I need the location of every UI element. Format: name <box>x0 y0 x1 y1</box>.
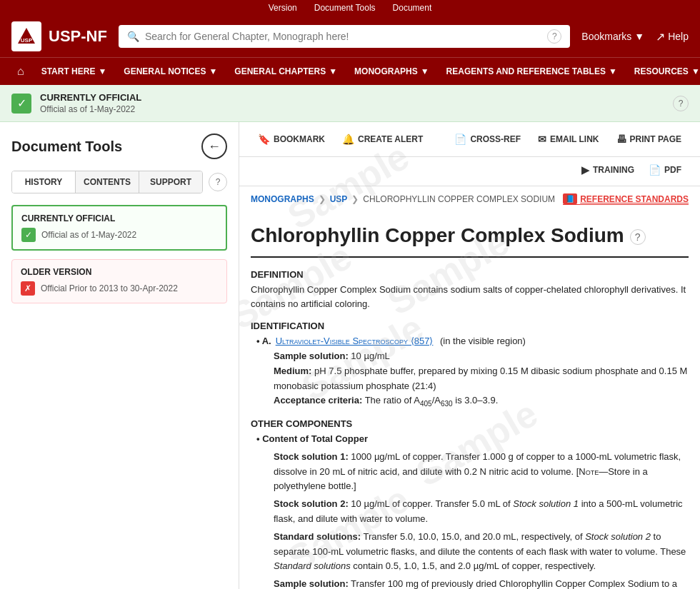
sidebar-header: Document Tools ← <box>11 134 227 159</box>
older-version-box: OLDER VERSION ✗ Official Prior to 2013 t… <box>11 259 227 303</box>
breadcrumb-current: CHLOROPHYLLIN COPPER COMPLEX SODIUM <box>363 194 555 204</box>
content-area: Sample Sample Sample Sample Sample Sampl… <box>239 122 700 589</box>
stock1-label: Stock solution 1: <box>274 451 349 462</box>
nav-item-start-here[interactable]: START HERE ▼ <box>33 59 116 84</box>
search-input[interactable] <box>145 31 541 42</box>
sample-solution2-label: Sample solution: <box>274 578 349 589</box>
pdf-icon: 📄 <box>649 164 661 176</box>
ref-standards-link[interactable]: 📘 REFERENCE STANDARDS <box>563 193 689 205</box>
article: Chlorophyllin Copper Complex Sodium ? DE… <box>239 212 700 589</box>
nav-arrow-general-chapters: ▼ <box>329 66 337 76</box>
nav-bar: ⌂ START HERE ▼ GENERAL NOTICES ▼ GENERAL… <box>0 57 700 85</box>
article-title-help-icon[interactable]: ? <box>630 229 646 245</box>
nav-item-reagents[interactable]: REAGENTS AND REFERENCE TABLES ▼ <box>438 59 626 84</box>
nav-arrow-resources: ▼ <box>691 66 700 76</box>
email-link-button[interactable]: ✉ EMAIL LINK <box>531 129 606 149</box>
search-icon: 🔍 <box>127 31 139 42</box>
stock1-row: Stock solution 1: 1000 µg/mL of copper. … <box>274 450 689 494</box>
currently-official-date: Official as of 1-May-2022 <box>41 230 136 240</box>
definition-header: DEFINITION <box>251 269 689 280</box>
bell-icon: 🔔 <box>342 134 354 145</box>
section-definition: DEFINITION Chlorophyllin Copper Complex … <box>251 269 689 313</box>
ref-standards-icon: 📘 <box>563 193 577 204</box>
cross-ref-button[interactable]: 📄 CROSS-REF <box>447 129 528 149</box>
nav-arrow-monographs: ▼ <box>421 66 429 76</box>
tab-contents[interactable]: CONTENTS <box>76 171 139 193</box>
pdf-button[interactable]: 📄 PDF <box>641 160 689 180</box>
stock2-row: Stock solution 2: 10 µg/mL of copper. Tr… <box>274 497 689 527</box>
currently-official-label: CURRENTLY OFFICIAL <box>21 213 217 223</box>
svg-text:USP: USP <box>21 37 33 44</box>
identification-bullet-a: • A. Ultraviolet-Visible Spectroscopy ⟨8… <box>256 334 689 410</box>
medium-label: Medium: <box>274 366 311 376</box>
sidebar-title: Document Tools <box>11 139 122 155</box>
bullet-a-row: • A. Ultraviolet-Visible Spectroscopy ⟨8… <box>256 334 689 349</box>
create-alert-button[interactable]: 🔔 CREATE ALERT <box>335 129 430 149</box>
nav-arrow-start-here: ▼ <box>98 66 106 76</box>
acceptance-label: Acceptance criteria: <box>274 395 362 406</box>
other-components-content: • Content of Total Copper Stock solution… <box>256 432 689 589</box>
help-button[interactable]: ↗ Help <box>656 30 689 44</box>
sidebar-tab-help-icon[interactable]: ? <box>209 173 227 191</box>
breadcrumb-usp[interactable]: USP <box>330 194 348 204</box>
nav-item-monographs[interactable]: MONOGRAPHS ▼ <box>346 59 438 84</box>
back-button[interactable]: ← <box>201 134 227 159</box>
copper-subitems: Stock solution 1: 1000 µg/mL of copper. … <box>274 450 689 589</box>
older-version-status: ✗ Official Prior to 2013 to 30-Apr-2022 <box>21 281 218 296</box>
medium-row: Medium: pH 7.5 phosphate buffer, prepare… <box>274 364 689 394</box>
standard-solutions-label: Standard solutions: <box>274 531 361 542</box>
bullet-a-link[interactable]: Ultraviolet-Visible Spectroscopy ⟨857⟩ <box>276 334 434 349</box>
search-bar[interactable]: 🔍 ? <box>119 25 570 48</box>
article-title: Chlorophyllin Copper Complex Sodium <box>251 223 624 248</box>
content-total-copper-label: • Content of Total Copper <box>256 432 689 447</box>
header-right: Bookmarks ▼ ↗ Help <box>581 30 689 44</box>
identification-subitems: Sample solution: 10 µg/mL Medium: pH 7.5… <box>274 349 689 410</box>
bookmark-button[interactable]: 🔖 BOOKMARK <box>251 129 332 149</box>
article-title-row: Chlorophyllin Copper Complex Sodium ? <box>251 223 689 258</box>
official-text: CURRENTLY OFFICIAL Official as of 1-May-… <box>40 92 141 114</box>
sample-solution2-row: Sample solution: Transfer 100 mg of prev… <box>274 577 689 589</box>
other-components-header: OTHER COMPONENTS <box>251 418 689 429</box>
sample-solution-row: Sample solution: 10 µg/mL <box>274 349 689 364</box>
older-version-date: Official Prior to 2013 to 30-Apr-2022 <box>41 283 178 293</box>
nav-home[interactable]: ⌂ <box>9 58 33 85</box>
top-link-version[interactable]: Version <box>269 3 297 13</box>
bookmark-icon: 🔖 <box>258 134 270 145</box>
section-identification: IDENTIFICATION • A. Ultraviolet-Visible … <box>251 321 689 410</box>
help-icon: ↗ <box>656 30 665 44</box>
sidebar-tabs-row: HISTORY CONTENTS SUPPORT ? <box>11 171 227 193</box>
sidebar-tabs: HISTORY CONTENTS SUPPORT <box>11 171 203 193</box>
status-check-icon: ✓ <box>21 228 36 242</box>
training-label: TRAINING <box>593 165 634 175</box>
bullet-a-label: • A. <box>256 334 271 349</box>
bookmarks-arrow-icon: ▼ <box>634 31 644 42</box>
training-button[interactable]: ▶ TRAINING <box>574 160 641 180</box>
breadcrumb-sep-1: ❯ <box>319 194 326 204</box>
ref-standards-label: REFERENCE STANDARDS <box>580 194 689 204</box>
currently-official-box: CURRENTLY OFFICIAL ✓ Official as of 1-Ma… <box>11 205 227 251</box>
print-page-button[interactable]: 🖶 PRINT PAGE <box>609 129 689 149</box>
bookmarks-button[interactable]: Bookmarks ▼ <box>581 31 644 42</box>
tab-history[interactable]: HISTORY <box>12 171 76 193</box>
top-link-document[interactable]: Document <box>393 3 432 13</box>
standard-solutions-row: Standard solutions: Transfer 5.0, 10.0, … <box>274 530 689 574</box>
logo-icon: USP <box>11 21 41 51</box>
breadcrumb-monographs[interactable]: MONOGRAPHS <box>251 194 314 204</box>
official-check-icon: ✓ <box>11 94 31 114</box>
nav-item-resources[interactable]: RESOURCES ▼ <box>626 59 700 84</box>
tab-support[interactable]: SUPPORT <box>139 171 202 193</box>
top-link-document-tools[interactable]: Document Tools <box>314 3 376 13</box>
print-icon: 🖶 <box>616 134 626 145</box>
nav-item-general-notices[interactable]: GENERAL NOTICES ▼ <box>115 59 226 84</box>
email-link-label: EMAIL LINK <box>550 134 599 144</box>
help-label: Help <box>668 31 689 42</box>
search-help-icon[interactable]: ? <box>547 29 561 44</box>
nav-item-general-chapters[interactable]: GENERAL CHAPTERS ▼ <box>226 59 346 84</box>
pdf-label: PDF <box>664 165 681 175</box>
cross-ref-label: CROSS-REF <box>470 134 521 144</box>
official-banner-help-icon[interactable]: ? <box>673 96 689 111</box>
nav-arrow-general-notices: ▼ <box>209 66 217 76</box>
identification-header: IDENTIFICATION <box>251 321 689 331</box>
medium-val: pH 7.5 phosphate buffer, prepared by mix… <box>274 366 687 391</box>
email-icon: ✉ <box>538 134 546 145</box>
